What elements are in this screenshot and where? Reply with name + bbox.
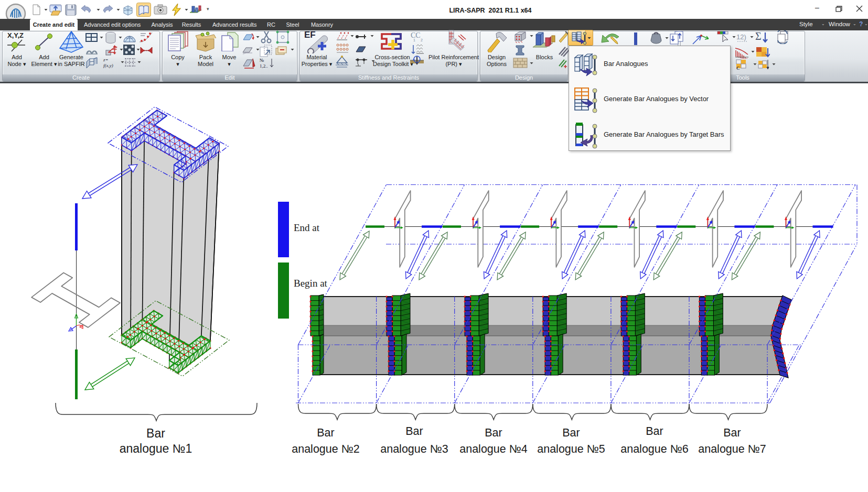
svg-text:analogue №2: analogue №2 <box>292 443 359 455</box>
svg-text:analogue №6: analogue №6 <box>620 443 689 455</box>
svg-text:CC: CC <box>411 31 421 39</box>
svg-text:№: № <box>260 58 264 63</box>
svg-text:End at: End at <box>294 222 320 233</box>
svg-text:Bar: Bar <box>723 427 741 439</box>
svg-text:analogue №1: analogue №1 <box>120 442 192 455</box>
svg-text:Bar: Bar <box>562 427 580 439</box>
svg-text:Σ: Σ <box>755 30 762 42</box>
svg-text:f(x,y): f(x,y) <box>103 63 113 68</box>
svg-text:Bar: Bar <box>646 425 663 438</box>
svg-text:analogue №4: analogue №4 <box>459 443 528 455</box>
svg-text:12): 12) <box>736 33 746 41</box>
svg-text:z=: z= <box>103 57 109 62</box>
svg-text:analogue №5: analogue №5 <box>537 443 605 455</box>
svg-text:1,2..: 1,2.. <box>260 63 268 69</box>
svg-text:Bar: Bar <box>485 427 502 439</box>
svg-text:Bar: Bar <box>317 427 334 439</box>
svg-text:Bar: Bar <box>146 427 165 440</box>
svg-text:2: 2 <box>421 38 423 42</box>
svg-text:1: 1 <box>413 38 415 42</box>
svg-text:Begin at: Begin at <box>294 278 328 289</box>
svg-text:analogue №7: analogue №7 <box>698 443 766 455</box>
svg-text:EF: EF <box>304 30 316 40</box>
svg-text:X,Y,Z: X,Y,Z <box>7 31 24 39</box>
svg-text:C: C <box>736 65 740 71</box>
svg-text:Bar: Bar <box>405 425 423 438</box>
svg-text:analogue №3: analogue №3 <box>380 443 448 455</box>
